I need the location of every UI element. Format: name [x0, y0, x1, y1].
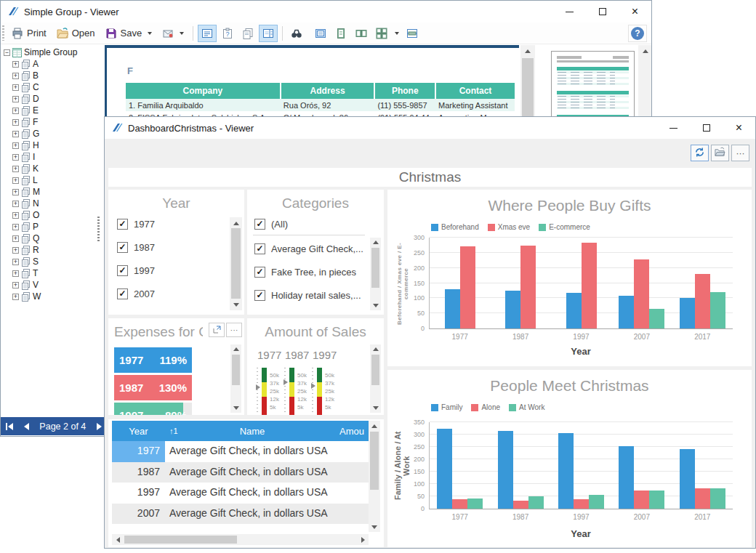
- expand-icon[interactable]: +: [12, 73, 19, 79]
- thumbnails-toggle-button[interactable]: [259, 25, 278, 42]
- two-page-view-button[interactable]: [352, 25, 371, 42]
- table-cell-amount[interactable]: [339, 462, 369, 483]
- table-cell-name[interactable]: Average Gift Check, in dollars USA: [165, 504, 339, 525]
- bar-beforehand-1987[interactable]: [505, 291, 520, 328]
- tree-item[interactable]: +A: [1, 58, 95, 70]
- legend-item[interactable]: Alone: [471, 403, 500, 411]
- expense-bar-1997[interactable]: 199789%: [114, 403, 192, 415]
- expand-icon[interactable]: +: [12, 270, 19, 277]
- checkbox-checked-icon[interactable]: ✓: [117, 219, 128, 230]
- tree-splitter[interactable]: [96, 45, 103, 416]
- scroll-down-icon[interactable]: [230, 403, 241, 413]
- expand-icon[interactable]: +: [12, 131, 19, 137]
- scroll-down-icon[interactable]: [369, 522, 380, 532]
- year-checkbox-item[interactable]: ✓1997: [117, 265, 155, 276]
- scroll-down-icon[interactable]: [370, 403, 381, 413]
- bar-alone-2017[interactable]: [695, 488, 710, 509]
- bar-at-work-1997[interactable]: [589, 495, 604, 509]
- tree-item[interactable]: +W: [1, 291, 95, 302]
- bar-beforehand-1997[interactable]: [566, 293, 582, 328]
- parameters-toggle-button[interactable]: ?: [218, 25, 237, 42]
- table-row[interactable]: 1977Average Gift Check, in dollars USA: [112, 441, 369, 462]
- expand-icon[interactable]: +: [12, 108, 19, 114]
- legend-item[interactable]: Beforehand: [431, 223, 479, 231]
- sales-scrollbar[interactable]: [370, 344, 381, 413]
- table-cell-name[interactable]: Average Gift Check, in dollars USA: [165, 462, 339, 483]
- legend-item[interactable]: At Work: [509, 403, 544, 411]
- save-button[interactable]: Save: [100, 25, 158, 42]
- bar-alone-2007[interactable]: [634, 491, 649, 509]
- scroll-up-icon[interactable]: [370, 344, 381, 354]
- scroll-down-icon[interactable]: [370, 301, 381, 310]
- checkbox-checked-icon[interactable]: ✓: [254, 219, 265, 230]
- bar-xmas-eve-1977[interactable]: [460, 246, 475, 328]
- tree-item[interactable]: +B: [1, 70, 95, 81]
- expenses-scrollbar[interactable]: [230, 344, 241, 413]
- multi-page-view-button[interactable]: [372, 25, 391, 42]
- category-checkbox-item[interactable]: ✓Average Gift Check,...: [254, 243, 363, 254]
- legend-item[interactable]: E-commerce: [539, 223, 590, 231]
- maximize-button[interactable]: [690, 117, 723, 139]
- tree-item[interactable]: +S: [1, 256, 95, 267]
- table-column-header-year[interactable]: Year: [112, 421, 165, 441]
- category-checkbox-item[interactable]: ✓Fake Tree, in pieces: [254, 267, 363, 278]
- tree-item[interactable]: +E: [1, 105, 95, 116]
- expand-icon[interactable]: +: [12, 96, 19, 102]
- table-row[interactable]: 1997Average Gift Check, in dollars USA: [112, 483, 369, 504]
- expand-icon[interactable]: +: [12, 201, 19, 207]
- tree-item[interactable]: +K: [1, 163, 95, 174]
- bar-alone-1987[interactable]: [513, 501, 528, 509]
- table-cell-year[interactable]: 1997: [112, 483, 165, 504]
- table-cell-year[interactable]: 1977: [112, 441, 165, 462]
- tree-item[interactable]: +N: [1, 198, 95, 209]
- expand-icon[interactable]: +: [12, 154, 19, 161]
- first-page-button[interactable]: [6, 423, 13, 430]
- year-checkbox-item[interactable]: ✓1987: [117, 242, 155, 253]
- bar-xmas-eve-2017[interactable]: [695, 274, 710, 328]
- panel-menu-button[interactable]: ···: [226, 323, 242, 337]
- bar-at-work-2017[interactable]: [710, 488, 725, 509]
- bar-beforehand-1977[interactable]: [445, 289, 460, 328]
- categories-scrollbar[interactable]: [370, 238, 381, 310]
- category-checkbox-item[interactable]: ✓Holiday retail sales,...: [254, 290, 363, 301]
- year-scrollbar[interactable]: [230, 217, 242, 310]
- toolbar-grip[interactable]: [2, 25, 4, 41]
- bar-alone-1997[interactable]: [574, 499, 589, 509]
- table-cell-year[interactable]: 2007: [112, 504, 165, 525]
- expand-icon[interactable]: +: [12, 166, 19, 172]
- bar-xmas-eve-1997[interactable]: [582, 243, 597, 328]
- checkbox-checked-icon[interactable]: ✓: [254, 290, 265, 301]
- tree-item[interactable]: +C: [1, 81, 95, 93]
- tree-item[interactable]: +M: [1, 186, 95, 198]
- category-all-checkbox-item[interactable]: ✓ (All): [254, 219, 288, 230]
- open-button[interactable]: Open: [52, 25, 100, 42]
- expand-icon[interactable]: +: [12, 294, 19, 300]
- bar-e-commerce-2007[interactable]: [649, 309, 664, 328]
- table-column-header-name[interactable]: ↑1Name: [165, 421, 339, 441]
- tree-item[interactable]: +D: [1, 93, 95, 105]
- page-width-view-button[interactable]: [403, 25, 422, 42]
- scroll-up-icon[interactable]: [230, 344, 241, 354]
- bar-at-work-1977[interactable]: [467, 498, 483, 509]
- send-dropdown-arrow-icon[interactable]: [180, 32, 184, 35]
- table-cell-amount[interactable]: [339, 504, 369, 525]
- bar-beforehand-2007[interactable]: [619, 296, 634, 328]
- bar-at-work-1987[interactable]: [528, 496, 544, 509]
- help-button[interactable]: ?: [628, 25, 647, 42]
- checkbox-checked-icon[interactable]: ✓: [117, 242, 128, 253]
- bar-family-1997[interactable]: [558, 433, 574, 509]
- scrollbar-thumb[interactable]: [370, 432, 379, 490]
- tree-item[interactable]: +R: [1, 244, 95, 256]
- scroll-up-icon[interactable]: [520, 45, 535, 57]
- table-cell-amount[interactable]: [339, 483, 369, 504]
- tree-item[interactable]: +P: [1, 221, 95, 233]
- single-page-view-button[interactable]: [331, 25, 350, 42]
- copy-page-button[interactable]: [238, 25, 257, 42]
- view-mode-dropdown-arrow-icon[interactable]: [395, 32, 399, 35]
- expense-bar-1977[interactable]: 1977119%: [114, 347, 192, 373]
- tree-item[interactable]: +I: [1, 151, 95, 163]
- legend-item[interactable]: Family: [431, 403, 462, 411]
- minimize-button[interactable]: [553, 1, 586, 23]
- collapse-icon[interactable]: −: [4, 49, 10, 56]
- table-row[interactable]: 2007Average Gift Check, in dollars USA: [112, 504, 369, 525]
